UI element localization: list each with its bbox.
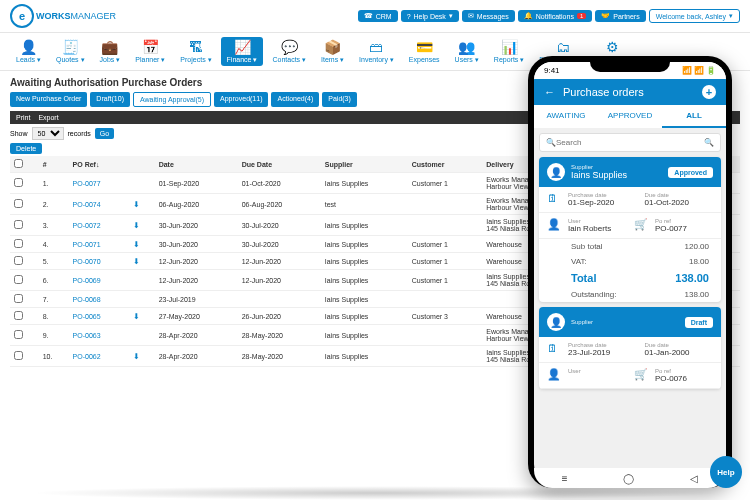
po-card[interactable]: 👤 Supplier Draft 🗓 Purchase date23-Jul-2… xyxy=(539,307,721,389)
app-title: Purchase orders xyxy=(563,86,644,98)
cart-icon: 🛒 xyxy=(634,368,647,383)
row-checkbox[interactable] xyxy=(14,220,23,229)
nav-item[interactable]: 📦Items ▾ xyxy=(315,37,350,66)
nav-item[interactable]: 🗃Inventory ▾ xyxy=(353,37,400,66)
po-ref-link[interactable]: PO-0069 xyxy=(69,270,130,291)
status-tab[interactable]: Draft(10) xyxy=(90,92,130,107)
po-ref-link[interactable]: PO-0077 xyxy=(69,173,130,194)
download-icon[interactable]: ⬇ xyxy=(133,352,140,361)
nav-icon: 🗃 xyxy=(369,39,383,55)
nav-icon: 👥 xyxy=(458,39,475,55)
status-tab[interactable]: Approved(11) xyxy=(214,92,268,107)
nav-icon: 🏗 xyxy=(189,39,203,55)
crm-link[interactable]: ☎ CRM xyxy=(358,10,398,22)
avatar-icon: 👤 xyxy=(547,163,565,181)
tab-awaiting[interactable]: AWAITING xyxy=(534,105,598,128)
po-ref-link[interactable]: PO-0074 xyxy=(69,194,130,215)
nav-icon: 📈 xyxy=(234,39,251,55)
add-button[interactable]: + xyxy=(702,85,716,99)
cart-icon: 🛒 xyxy=(634,218,647,233)
help-fab[interactable]: Help xyxy=(710,456,742,488)
nav-item[interactable]: 📊Reports ▾ xyxy=(488,37,530,66)
select-all-checkbox[interactable] xyxy=(14,159,23,168)
nav-icon: 📅 xyxy=(142,39,159,55)
messages-link[interactable]: ✉ Messages xyxy=(462,10,515,22)
row-checkbox[interactable] xyxy=(14,311,23,320)
android-nav: ≡ ◯ ◁ xyxy=(534,468,726,488)
nav-icon: 🧾 xyxy=(62,39,79,55)
recent-button[interactable]: ≡ xyxy=(562,473,568,484)
po-ref-link[interactable]: PO-0071 xyxy=(69,236,130,253)
search-box[interactable]: 🔍 🔍 xyxy=(539,133,721,152)
download-icon[interactable]: ⬇ xyxy=(133,200,140,209)
nav-icon: 📦 xyxy=(324,39,341,55)
search-icon-left: 🔍 xyxy=(546,138,556,147)
download-icon[interactable]: ⬇ xyxy=(133,240,140,249)
app-header: ← Purchase orders + xyxy=(534,79,726,105)
home-button[interactable]: ◯ xyxy=(623,473,634,484)
notifications-link[interactable]: 🔔 Notifications 1 xyxy=(518,10,592,22)
logo: e WORKSMANAGER xyxy=(10,4,116,28)
nav-icon: ⚙ xyxy=(606,39,619,55)
po-card[interactable]: 👤 Supplier Iains Supplies Approved 🗓 Pur… xyxy=(539,157,721,302)
records-select[interactable]: 50 xyxy=(32,127,64,140)
nav-item[interactable]: 📅Planner ▾ xyxy=(129,37,171,66)
row-checkbox[interactable] xyxy=(14,275,23,284)
status-badge: Draft xyxy=(685,317,713,328)
user-icon: 👤 xyxy=(547,368,560,383)
status-tab[interactable]: Actioned(4) xyxy=(271,92,319,107)
export-button[interactable]: Export xyxy=(38,114,58,121)
status-tab[interactable]: New Purchase Order xyxy=(10,92,87,107)
po-ref-link[interactable]: PO-0062 xyxy=(69,346,130,367)
tab-approved[interactable]: APPROVED xyxy=(598,105,662,128)
topbar: e WORKSMANAGER ☎ CRM ? Help Desk ▾ ✉ Mes… xyxy=(0,0,750,33)
search-input[interactable] xyxy=(556,138,704,147)
nav-icon: 💳 xyxy=(416,39,433,55)
nav-icon: 💬 xyxy=(281,39,298,55)
download-icon[interactable]: ⬇ xyxy=(133,257,140,266)
row-checkbox[interactable] xyxy=(14,294,23,303)
calendar-icon: 🗓 xyxy=(547,342,560,357)
nav-icon: 💼 xyxy=(101,39,118,55)
status-badge: Approved xyxy=(668,167,713,178)
nav-item[interactable]: 👤Leads ▾ xyxy=(10,37,47,66)
phone-notch xyxy=(590,62,670,72)
nav-item[interactable]: 💼Jobs ▾ xyxy=(94,37,127,66)
back-button[interactable]: ◁ xyxy=(690,473,698,484)
download-icon[interactable]: ⬇ xyxy=(133,312,140,321)
user-icon: 👤 xyxy=(547,218,560,233)
nav-item[interactable]: 🧾Quotes ▾ xyxy=(50,37,91,66)
po-ref-link[interactable]: PO-0072 xyxy=(69,215,130,236)
nav-item[interactable]: 🏗Projects ▾ xyxy=(174,37,217,66)
row-checkbox[interactable] xyxy=(14,199,23,208)
nav-item[interactable]: 💳Expenses xyxy=(403,37,446,66)
welcome-text[interactable]: Welcome back, Ashley ▾ xyxy=(649,9,740,23)
status-tab[interactable]: Paid(3) xyxy=(322,92,357,107)
nav-item[interactable]: 💬Contacts ▾ xyxy=(266,37,312,66)
app-tabs: AWAITING APPROVED ALL xyxy=(534,105,726,128)
row-checkbox[interactable] xyxy=(14,330,23,339)
search-icon-right[interactable]: 🔍 xyxy=(704,138,714,147)
print-button[interactable]: Print xyxy=(16,114,30,121)
nav-icon: 🗂 xyxy=(556,39,570,55)
row-checkbox[interactable] xyxy=(14,351,23,360)
row-checkbox[interactable] xyxy=(14,256,23,265)
row-checkbox[interactable] xyxy=(14,178,23,187)
partners-link[interactable]: 🤝 Partners xyxy=(595,10,645,22)
nav-item[interactable]: 👥Users ▾ xyxy=(449,37,485,66)
nav-item[interactable]: 📈Finance ▾ xyxy=(221,37,264,66)
helpdesk-link[interactable]: ? Help Desk ▾ xyxy=(401,10,459,22)
back-arrow-icon[interactable]: ← xyxy=(544,86,555,98)
tab-all[interactable]: ALL xyxy=(662,105,726,128)
status-tab[interactable]: Awaiting Approval(5) xyxy=(133,92,211,107)
download-icon[interactable]: ⬇ xyxy=(133,221,140,230)
row-checkbox[interactable] xyxy=(14,239,23,248)
po-ref-link[interactable]: PO-0065 xyxy=(69,308,130,325)
po-ref-link[interactable]: PO-0068 xyxy=(69,291,130,308)
go-button[interactable]: Go xyxy=(95,128,114,139)
avatar-icon: 👤 xyxy=(547,313,565,331)
po-ref-link[interactable]: PO-0063 xyxy=(69,325,130,346)
po-ref-link[interactable]: PO-0070 xyxy=(69,253,130,270)
delete-button[interactable]: Delete xyxy=(10,143,42,154)
nav-icon: 📊 xyxy=(501,39,518,55)
